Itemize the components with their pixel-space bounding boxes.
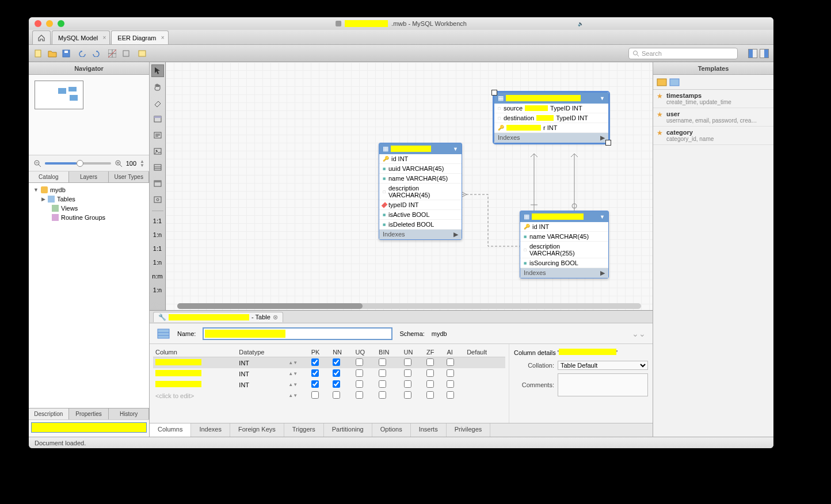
view-tool[interactable] xyxy=(151,177,164,190)
tab-privileges[interactable]: Privileges xyxy=(447,423,491,437)
note-tool[interactable] xyxy=(151,129,164,142)
layer-tool[interactable] xyxy=(151,113,164,125)
navigator-header: Navigator xyxy=(29,62,149,75)
image-tool[interactable] xyxy=(151,145,164,158)
grid-icon[interactable] xyxy=(107,48,117,59)
close-icon[interactable]: ⊗ xyxy=(273,314,278,321)
template-user[interactable]: ★ userusername, email, password, crea… xyxy=(653,108,773,127)
window-title: .mwb - MySQL Workbench xyxy=(336,20,467,27)
audio-indicator: 🔈 xyxy=(578,21,584,26)
new-file-icon[interactable] xyxy=(33,48,44,59)
tab-inserts[interactable]: Inserts xyxy=(411,423,447,437)
svg-rect-0 xyxy=(35,50,41,57)
zoom-in-icon[interactable] xyxy=(115,159,123,167)
svg-line-12 xyxy=(120,165,122,167)
rel-1-1-nonid[interactable]: 1:1 xyxy=(151,216,164,226)
table-name-input[interactable] xyxy=(203,327,392,340)
horizontal-scrollbar[interactable] xyxy=(177,303,641,309)
zoom-slider[interactable] xyxy=(45,162,111,165)
zoom-value[interactable]: 100 xyxy=(126,160,136,167)
table-icon: ▦ xyxy=(498,94,504,102)
toggle-left-panel[interactable] xyxy=(748,49,757,58)
template-timestamps[interactable]: ★ timestampscreate_time, update_time xyxy=(653,90,773,108)
search-input[interactable]: Search xyxy=(628,48,738,59)
table-tool[interactable] xyxy=(151,161,164,174)
subtab-catalog[interactable]: Catalog xyxy=(29,171,69,182)
columns-grid[interactable]: ColumnDatatype PKNNUQBINUNZFAIDefault IN… xyxy=(153,348,505,401)
svg-rect-4 xyxy=(123,51,129,56)
tab-foreign-keys[interactable]: Foreign Keys xyxy=(230,423,284,437)
star-icon: ★ xyxy=(657,110,663,124)
subtab-usertypes[interactable]: User Types xyxy=(109,171,149,182)
toggle-right-panel[interactable] xyxy=(760,49,769,58)
tab-mysql-model[interactable]: MySQL Model× xyxy=(52,30,110,44)
editor-tab[interactable]: 🔧 - Table ⊗ xyxy=(153,312,283,322)
tab-history[interactable]: History xyxy=(109,408,149,419)
script-icon[interactable] xyxy=(137,48,147,59)
titlebar: .mwb - MySQL Workbench 🔈 xyxy=(29,17,773,30)
snap-icon[interactable] xyxy=(121,48,131,59)
tab-description[interactable]: Description xyxy=(29,408,69,419)
column-row[interactable]: INT▲▼ xyxy=(153,379,505,390)
description-select[interactable] xyxy=(31,422,147,433)
left-sidebar: Navigator 100 ▲▼ Catalog Layers User Typ… xyxy=(29,62,150,437)
open-file-icon[interactable] xyxy=(47,48,58,59)
tab-columns[interactable]: Columns xyxy=(150,423,191,437)
column-row-new[interactable]: <click to edit>▲▼ xyxy=(153,390,505,401)
table-icon: ▦ xyxy=(524,213,529,220)
rel-1-n-id[interactable]: 1:n xyxy=(151,257,164,268)
tab-options[interactable]: Options xyxy=(372,423,411,437)
tab-partitioning[interactable]: Partitioning xyxy=(324,423,372,437)
column-row[interactable]: INT▲▼ xyxy=(153,368,505,379)
rel-n-m[interactable]: n:m xyxy=(151,271,164,281)
document-tabs: MySQL Model× EER Diagram× xyxy=(29,30,773,45)
comments-textarea[interactable] xyxy=(558,373,648,396)
nn-checkbox[interactable] xyxy=(333,358,340,366)
er-table-2[interactable]: ▦▼ ◇sourceTypeID INT ◇destinationTypeID … xyxy=(494,92,609,143)
rel-1-1-id[interactable]: 1:1 xyxy=(151,243,164,254)
pointer-tool[interactable] xyxy=(151,64,164,77)
template-category[interactable]: ★ categorycategory_id, name xyxy=(653,127,773,145)
svg-rect-2 xyxy=(64,51,68,53)
er-table-1[interactable]: ▦▼ 🔑id INT ◆uuid VARCHAR(45) ◆name VARCH… xyxy=(379,143,462,240)
tab-triggers[interactable]: Triggers xyxy=(284,423,324,437)
hand-tool[interactable] xyxy=(151,81,164,93)
star-icon: ★ xyxy=(657,129,663,142)
catalog-tree[interactable]: ▼mydb ▶Tables Views Routine Groups xyxy=(29,183,149,408)
rel-1-n-nonid[interactable]: 1:n xyxy=(151,230,164,240)
eraser-tool[interactable] xyxy=(151,97,164,109)
svg-rect-35 xyxy=(657,79,666,86)
close-window[interactable] xyxy=(35,20,41,27)
collation-select[interactable]: Table Default xyxy=(558,361,648,370)
table-icon: ▦ xyxy=(383,145,388,152)
zoom-stepper[interactable]: ▲▼ xyxy=(140,159,144,167)
table-icon-large xyxy=(157,327,170,341)
close-icon[interactable]: × xyxy=(161,35,165,41)
diagram-minimap[interactable] xyxy=(29,75,149,155)
subtab-layers[interactable]: Layers xyxy=(69,171,109,182)
redo-icon[interactable] xyxy=(91,48,101,59)
column-row[interactable]: INT▲▼ xyxy=(153,357,505,369)
pk-checkbox[interactable] xyxy=(311,358,319,366)
minimize-window[interactable] xyxy=(46,20,53,27)
templates-header: Templates xyxy=(653,62,773,75)
collapse-icon[interactable]: ⌄⌄ xyxy=(632,329,646,338)
diagram-canvas[interactable]: ▦▼ 🔑id INT ◆uuid VARCHAR(45) ◆name VARCH… xyxy=(166,62,653,310)
rel-1-n-existing[interactable]: 1:n xyxy=(151,285,164,295)
template-table-icon[interactable] xyxy=(657,78,667,87)
home-tab[interactable] xyxy=(32,30,51,44)
tab-properties[interactable]: Properties xyxy=(69,408,109,419)
template-list-icon[interactable] xyxy=(669,78,680,87)
zoom-out-icon[interactable] xyxy=(33,159,41,167)
close-icon[interactable]: × xyxy=(102,35,106,41)
tab-eer-diagram[interactable]: EER Diagram× xyxy=(111,30,168,44)
er-table-3[interactable]: ▦▼ 🔑id INT ◆name VARCHAR(45) ◇descriptio… xyxy=(520,211,609,278)
right-sidebar: Templates ★ timestampscreate_time, updat… xyxy=(653,62,773,437)
zoom-window[interactable] xyxy=(58,20,64,27)
save-icon[interactable] xyxy=(61,48,71,59)
toolbar: Search xyxy=(29,45,773,62)
undo-icon[interactable] xyxy=(77,48,87,59)
routine-tool[interactable] xyxy=(151,193,164,206)
tab-indexes[interactable]: Indexes xyxy=(191,423,230,437)
svg-rect-27 xyxy=(154,181,161,182)
